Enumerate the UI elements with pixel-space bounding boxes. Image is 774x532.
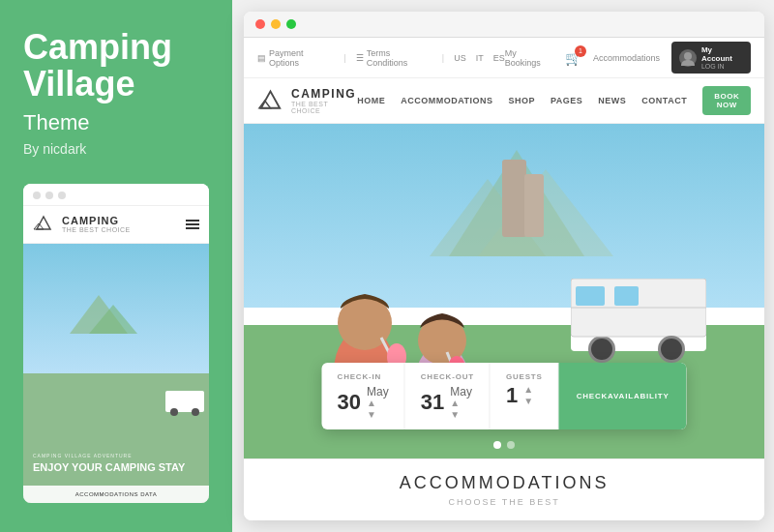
topbar-left: ▤ Payment Options | ☰ Terms Conditions |… <box>257 48 505 68</box>
accommodations-link[interactable]: Accommodations <box>593 53 660 63</box>
lang-es[interactable]: ES <box>493 53 505 63</box>
checkin-field: CHECK-IN 30 May ▲ ▼ <box>322 363 405 429</box>
carousel-dot-2[interactable] <box>507 441 515 449</box>
check-availability-button[interactable]: CHECK AVAILABILITY <box>559 363 687 429</box>
browser-chrome <box>244 12 764 38</box>
site-nav: CAMPING THE BEST CHOICE HOME ACCOMMODATI… <box>244 78 764 124</box>
nav-logo: CAMPING THE BEST CHOICE <box>257 87 357 114</box>
mini-browser-mockup: CAMPING THE BEST CHOICE CAMPING <box>23 184 209 503</box>
svg-rect-13 <box>576 286 605 306</box>
mini-overlay-text: CAMPING VILLAGE ADVENTURE ENJOY YOUR CAM… <box>33 453 199 474</box>
svg-rect-14 <box>614 286 639 306</box>
right-panel: ▤ Payment Options | ☰ Terms Conditions |… <box>232 0 774 532</box>
browser-dot-green <box>286 19 296 29</box>
nav-shop[interactable]: SHOP <box>509 96 536 105</box>
account-button[interactable]: My Account LOG IN <box>671 42 751 74</box>
topbar-right: My Bookings 🛒 1 Accommodations My Accoun… <box>505 42 752 74</box>
site-topbar: ▤ Payment Options | ☰ Terms Conditions |… <box>244 38 764 78</box>
theme-title: Camping Village Theme By nicdark <box>23 29 209 184</box>
mini-mountains-icon <box>60 290 137 339</box>
booking-widget: CHECK-IN 30 May ▲ ▼ CHECK-O <box>322 363 687 429</box>
logo-text: CAMPING THE BEST CHOICE <box>291 87 357 114</box>
terms-icon: ☰ <box>356 53 364 63</box>
terms-conditions-link[interactable]: ☰ Terms Conditions <box>356 48 432 68</box>
cart-icon[interactable]: 🛒 1 <box>565 50 581 66</box>
mini-accommodations-bar: ACCOMMODATIONS DATA <box>23 486 209 503</box>
nav-pages[interactable]: PAGES <box>551 96 582 105</box>
svg-rect-11 <box>524 174 544 237</box>
mini-logo-text: CAMPING THE BEST CHOICE <box>62 215 131 233</box>
checkout-up-arrow[interactable]: ▲ <box>450 399 472 408</box>
svg-marker-6 <box>259 101 271 108</box>
mini-rv <box>165 391 204 412</box>
theme-subtitle: Theme <box>23 110 209 135</box>
logo-mountain-icon <box>257 87 283 114</box>
checkin-down-arrow[interactable]: ▼ <box>367 410 389 420</box>
svg-point-4 <box>684 52 692 60</box>
theme-by: By nicdark <box>23 141 209 157</box>
payment-options-link[interactable]: ▤ Payment Options <box>257 48 334 68</box>
cart-badge: 1 <box>575 45 586 57</box>
mini-content: CAMPING VILLAGE ADVENTURE ENJOY YOUR CAM… <box>23 244 209 503</box>
browser-window: ▤ Payment Options | ☰ Terms Conditions |… <box>244 12 764 520</box>
mini-dot-2 <box>45 192 53 199</box>
hero-rv <box>571 279 706 351</box>
svg-marker-5 <box>261 91 280 107</box>
nav-links: HOME ACCOMMODATIONS SHOP PAGES NEWS CONT… <box>357 86 751 115</box>
nav-accommodations[interactable]: ACCOMMODATIONS <box>401 96 492 105</box>
my-bookings-link[interactable]: My Bookings <box>505 48 553 68</box>
nav-news[interactable]: NEWS <box>598 96 626 105</box>
book-now-button[interactable]: BOOK NOW <box>702 86 751 115</box>
nav-contact[interactable]: CONTACT <box>641 96 687 105</box>
mini-dot-3 <box>58 192 66 199</box>
checkin-up-arrow[interactable]: ▲ <box>367 399 389 408</box>
accommodations-title: ACCOMMODATIONS <box>257 473 751 493</box>
accommodations-section: ACCOMMODATIONS CHOOSE THE BEST <box>244 458 764 520</box>
rv-detail-icon <box>571 279 706 351</box>
guests-up-arrow[interactable]: ▲ <box>523 385 533 395</box>
mini-nav: CAMPING THE BEST CHOICE <box>23 206 209 244</box>
carousel-dots <box>493 441 515 449</box>
mini-logo-icon <box>33 214 54 235</box>
mini-hamburger-icon <box>186 220 199 229</box>
guests-field: GUESTS 1 ▲ ▼ <box>491 363 559 429</box>
nav-home[interactable]: HOME <box>357 96 385 105</box>
checkout-field: CHECK-OUT 31 May ▲ ▼ <box>405 363 491 429</box>
lang-us[interactable]: US <box>454 53 466 63</box>
mini-dot-1 <box>33 192 41 199</box>
guests-down-arrow[interactable]: ▼ <box>523 397 533 406</box>
svg-rect-10 <box>502 160 526 237</box>
carousel-dot-1[interactable] <box>493 441 501 449</box>
account-avatar <box>679 49 697 67</box>
browser-dot-yellow <box>271 19 281 29</box>
site-hero: CHECK-IN 30 May ▲ ▼ CHECK-O <box>244 124 764 458</box>
browser-dot-red <box>255 19 265 29</box>
lang-it[interactable]: IT <box>476 53 484 63</box>
checkout-down-arrow[interactable]: ▼ <box>450 410 472 420</box>
mini-browser-chrome <box>23 184 209 206</box>
accommodations-subtitle: CHOOSE THE BEST <box>257 497 751 507</box>
payment-icon: ▤ <box>257 53 266 63</box>
left-panel: Camping Village Theme By nicdark CAMPING… <box>0 0 232 532</box>
